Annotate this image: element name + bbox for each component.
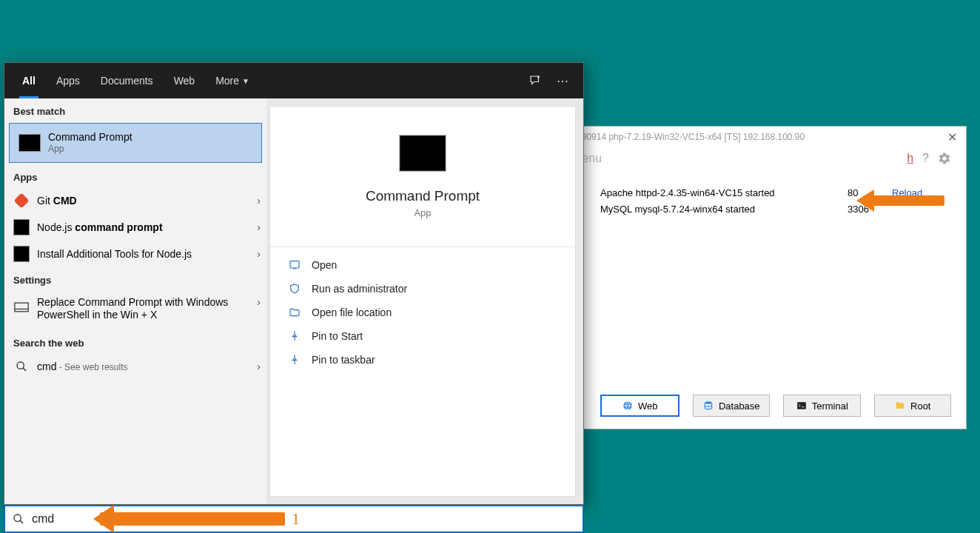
chevron-right-icon: › xyxy=(257,296,261,308)
service-text: MySQL mysql-5.7.24-winx64 started xyxy=(600,204,848,215)
search-icon xyxy=(13,513,24,525)
folder-icon xyxy=(894,400,906,412)
action-run-as-admin[interactable]: Run as administrator xyxy=(270,277,575,301)
search-tabs: All Apps Documents Web More▼ ⋯ xyxy=(4,63,583,98)
result-title: Command Prompt xyxy=(48,131,255,144)
search-results-list: Best match Command Prompt App Apps Git C… xyxy=(4,98,266,504)
git-icon xyxy=(13,192,30,209)
annotation-arrow-search xyxy=(100,512,285,526)
group-settings: Settings xyxy=(4,267,266,290)
web-button-label: Web xyxy=(638,400,658,412)
svg-rect-9 xyxy=(290,261,299,268)
laragon-title: 6 190914 php-7.2.19-Win32-VC15-x64 [TS] … xyxy=(569,132,944,142)
tab-web[interactable]: Web xyxy=(164,63,206,98)
terminal-icon xyxy=(19,134,41,152)
laragon-titlebar: 6 190914 php-7.2.19-Win32-VC15-x64 [TS] … xyxy=(563,127,966,147)
web-button[interactable]: Web xyxy=(600,395,679,417)
terminal-button[interactable]: Terminal xyxy=(783,395,861,417)
search-panel: All Apps Documents Web More▼ ⋯ Best matc… xyxy=(4,62,584,505)
result-replace-cmd-setting[interactable]: Replace Command Prompt with Windows Powe… xyxy=(4,290,266,330)
laragon-window: 6 190914 php-7.2.19-Win32-VC15-x64 [TS] … xyxy=(563,126,967,429)
preview-title: Command Prompt xyxy=(366,188,480,204)
result-command-prompt[interactable]: Command Prompt App xyxy=(9,123,262,163)
tab-documents[interactable]: Documents xyxy=(90,63,164,98)
taskbar-icon xyxy=(13,299,30,315)
svg-point-1 xyxy=(705,401,711,404)
open-icon xyxy=(288,259,301,271)
chevron-right-icon: › xyxy=(257,361,261,372)
preview-subtitle: App xyxy=(414,207,431,218)
chevron-right-icon: › xyxy=(257,248,261,260)
result-text: Replace Command Prompt with Windows Powe… xyxy=(37,296,249,321)
group-apps: Apps xyxy=(4,164,266,187)
annotation-number-1: 1 xyxy=(292,509,300,529)
root-button[interactable]: Root xyxy=(874,395,952,417)
chevron-right-icon: › xyxy=(257,195,261,207)
terminal-icon xyxy=(13,219,30,235)
feedback-icon[interactable] xyxy=(521,74,549,87)
shield-icon xyxy=(288,283,301,295)
terminal-icon xyxy=(796,400,808,412)
pin-icon xyxy=(288,354,301,366)
annotation-arrow-port xyxy=(863,195,944,206)
svg-point-3 xyxy=(537,76,540,78)
svg-line-8 xyxy=(23,368,26,371)
laragon-body: Apache httpd-2.4.35-win64-VC15 started 8… xyxy=(563,170,966,386)
svg-line-11 xyxy=(20,520,23,523)
result-git-cmd[interactable]: Git CMD › xyxy=(4,187,266,214)
svg-rect-5 xyxy=(15,303,28,312)
folder-open-icon xyxy=(288,306,301,318)
close-icon[interactable]: ✕ xyxy=(944,130,960,144)
laragon-help-h[interactable]: h xyxy=(907,152,913,165)
result-install-tools[interactable]: Install Additional Tools for Node.js › xyxy=(4,241,266,267)
terminal-button-label: Terminal xyxy=(812,400,848,412)
database-button[interactable]: Database xyxy=(693,395,771,417)
tab-apps[interactable]: Apps xyxy=(46,63,90,98)
tab-all[interactable]: All xyxy=(12,63,46,98)
terminal-icon xyxy=(13,246,30,262)
laragon-menubar: Menu h ? xyxy=(563,147,966,170)
search-icon xyxy=(13,358,30,375)
svg-point-10 xyxy=(14,514,21,521)
result-nodejs-cmd[interactable]: Node.js command prompt › xyxy=(4,214,266,241)
gear-icon[interactable] xyxy=(938,152,951,165)
chevron-down-icon: ▼ xyxy=(242,77,249,85)
svg-rect-4 xyxy=(15,194,28,207)
laragon-button-row: Web Database Terminal Root xyxy=(563,386,966,429)
preview-actions: Open Run as administrator Open file loca… xyxy=(270,247,575,378)
action-pin-to-taskbar[interactable]: Pin to taskbar xyxy=(270,348,575,372)
database-button-label: Database xyxy=(719,400,760,412)
group-best-match: Best match xyxy=(4,98,266,121)
search-preview-pane: Command Prompt App Open Run as administr… xyxy=(269,106,576,497)
result-web-cmd[interactable]: cmd - See web results › xyxy=(4,353,266,380)
svg-point-7 xyxy=(17,362,24,369)
chevron-right-icon: › xyxy=(257,221,261,233)
service-text: Apache httpd-2.4.35-win64-VC15 started xyxy=(600,187,848,198)
group-search-web: Search the web xyxy=(4,330,266,353)
action-pin-to-start[interactable]: Pin to Start xyxy=(270,324,575,348)
laragon-help-q[interactable]: ? xyxy=(922,152,929,165)
result-subtitle: App xyxy=(48,144,255,154)
pin-icon xyxy=(288,330,301,342)
root-button-label: Root xyxy=(910,400,930,412)
tab-more[interactable]: More▼ xyxy=(205,63,260,98)
svg-rect-2 xyxy=(797,402,806,409)
action-open-file-location[interactable]: Open file location xyxy=(270,301,575,324)
globe-icon xyxy=(622,400,634,412)
more-options-icon[interactable]: ⋯ xyxy=(549,74,576,88)
action-open[interactable]: Open xyxy=(270,253,575,277)
database-icon xyxy=(702,400,714,412)
preview-thumb-terminal-icon xyxy=(399,135,446,172)
